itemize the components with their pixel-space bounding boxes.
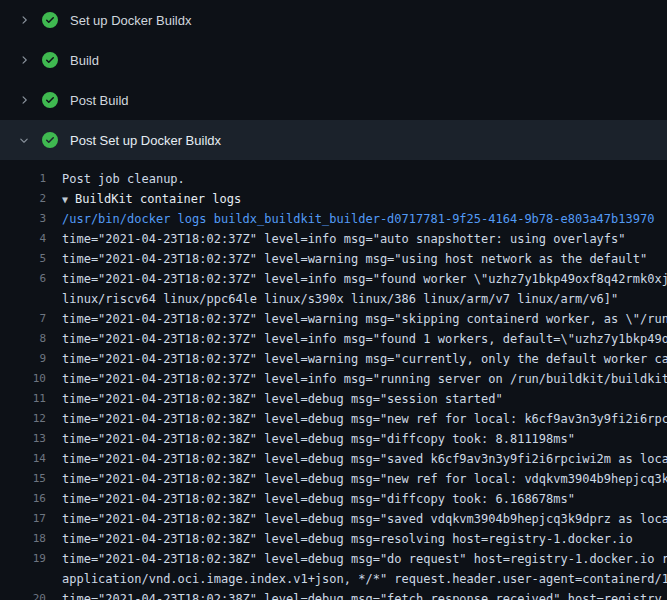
log-text: time="2021-04-23T18:02:37Z" level=warnin…	[46, 309, 667, 329]
log-line: 1Post job cleanup.	[0, 169, 667, 189]
section-label: Post Build	[70, 93, 129, 108]
log-group-toggle[interactable]: ▼BuildKit container logs	[46, 189, 241, 209]
line-number[interactable]: 13	[0, 429, 46, 449]
log-text: linux/riscv64 linux/ppc64le linux/s390x …	[46, 289, 618, 309]
line-number[interactable]: 4	[0, 229, 46, 249]
check-circle-icon	[42, 92, 58, 108]
chevron-down-icon	[16, 132, 32, 148]
log-text: time="2021-04-23T18:02:38Z" level=debug …	[46, 489, 575, 509]
log-line: 12time="2021-04-23T18:02:38Z" level=debu…	[0, 409, 667, 429]
log-text: time="2021-04-23T18:02:37Z" level=info m…	[46, 369, 667, 389]
log-line: 3/usr/bin/docker logs buildx_buildkit_bu…	[0, 209, 667, 229]
line-number[interactable]: 20	[0, 589, 46, 600]
log-line: 7time="2021-04-23T18:02:37Z" level=warni…	[0, 309, 667, 329]
log-text: time="2021-04-23T18:02:38Z" level=debug …	[46, 409, 667, 429]
chevron-right-icon	[16, 12, 32, 28]
log-line: 15time="2021-04-23T18:02:38Z" level=debu…	[0, 469, 667, 489]
log-text: application/vnd.oci.image.index.v1+json,…	[46, 569, 667, 589]
section-header-build[interactable]: Build	[0, 40, 667, 80]
log-line: 19time="2021-04-23T18:02:38Z" level=debu…	[0, 549, 667, 569]
log-line: 13time="2021-04-23T18:02:38Z" level=debu…	[0, 429, 667, 449]
line-number[interactable]: 19	[0, 549, 46, 569]
log-line: 16time="2021-04-23T18:02:38Z" level=debu…	[0, 489, 667, 509]
line-number[interactable]: 17	[0, 509, 46, 529]
line-number[interactable]: 8	[0, 329, 46, 349]
log-text: time="2021-04-23T18:02:38Z" level=debug …	[46, 469, 667, 489]
line-number[interactable]: 14	[0, 449, 46, 469]
log-text: time="2021-04-23T18:02:38Z" level=debug …	[46, 429, 575, 449]
log-line: application/vnd.oci.image.index.v1+json,…	[0, 569, 667, 589]
log-line: 10time="2021-04-23T18:02:37Z" level=info…	[0, 369, 667, 389]
log-text: time="2021-04-23T18:02:38Z" level=debug …	[46, 529, 633, 549]
chevron-right-icon	[16, 92, 32, 108]
line-number[interactable]: 11	[0, 389, 46, 409]
log-line: 20time="2021-04-23T18:02:38Z" level=debu…	[0, 589, 667, 600]
section-header-post-set-up-docker-buildx[interactable]: Post Set up Docker Buildx	[0, 120, 667, 160]
log-line: 2▼BuildKit container logs	[0, 189, 667, 209]
check-circle-icon	[42, 132, 58, 148]
log-area: 1Post job cleanup.2▼BuildKit container l…	[0, 160, 667, 600]
line-number[interactable]: 9	[0, 349, 46, 369]
line-number[interactable]: 7	[0, 309, 46, 329]
section-label: Set up Docker Buildx	[70, 13, 191, 28]
log-text: time="2021-04-23T18:02:38Z" level=debug …	[46, 549, 667, 569]
check-circle-icon	[42, 12, 58, 28]
section-label: Post Set up Docker Buildx	[70, 133, 221, 148]
line-number-empty	[0, 289, 46, 309]
line-number[interactable]: 10	[0, 369, 46, 389]
line-number[interactable]: 15	[0, 469, 46, 489]
section-header-post-build[interactable]: Post Build	[0, 80, 667, 120]
log-line: 9time="2021-04-23T18:02:37Z" level=warni…	[0, 349, 667, 369]
line-number-empty	[0, 569, 46, 589]
line-number[interactable]: 16	[0, 489, 46, 509]
log-text: time="2021-04-23T18:02:37Z" level=warnin…	[46, 249, 647, 269]
log-line: 5time="2021-04-23T18:02:37Z" level=warni…	[0, 249, 667, 269]
log-text: time="2021-04-23T18:02:38Z" level=debug …	[46, 449, 667, 469]
log-text: time="2021-04-23T18:02:38Z" level=debug …	[46, 389, 503, 409]
triangle-down-icon: ▼	[62, 194, 68, 205]
log-line: 4time="2021-04-23T18:02:37Z" level=info …	[0, 229, 667, 249]
log-text: Post job cleanup.	[46, 169, 185, 189]
line-number[interactable]: 12	[0, 409, 46, 429]
chevron-right-icon	[16, 52, 32, 68]
log-text: time="2021-04-23T18:02:38Z" level=debug …	[46, 509, 667, 529]
line-number[interactable]: 6	[0, 269, 46, 289]
log-text: time="2021-04-23T18:02:37Z" level=info m…	[46, 329, 667, 349]
log-line: 8time="2021-04-23T18:02:37Z" level=info …	[0, 329, 667, 349]
section-label: Build	[70, 53, 99, 68]
line-number[interactable]: 18	[0, 529, 46, 549]
log-line: 17time="2021-04-23T18:02:38Z" level=debu…	[0, 509, 667, 529]
section-header-set-up-docker-buildx[interactable]: Set up Docker Buildx	[0, 0, 667, 40]
log-group-label: BuildKit container logs	[75, 192, 241, 206]
line-number[interactable]: 5	[0, 249, 46, 269]
log-line: 18time="2021-04-23T18:02:38Z" level=debu…	[0, 529, 667, 549]
line-number[interactable]: 3	[0, 209, 46, 229]
log-text: time="2021-04-23T18:02:37Z" level=info m…	[46, 229, 626, 249]
log-line: 11time="2021-04-23T18:02:38Z" level=debu…	[0, 389, 667, 409]
log-text: time="2021-04-23T18:02:37Z" level=info m…	[46, 269, 667, 289]
log-line: linux/riscv64 linux/ppc64le linux/s390x …	[0, 289, 667, 309]
step-section-list: Set up Docker BuildxBuildPost BuildPost …	[0, 0, 667, 160]
check-circle-icon	[42, 52, 58, 68]
log-line: 6time="2021-04-23T18:02:37Z" level=info …	[0, 269, 667, 289]
actions-log-viewer: Set up Docker BuildxBuildPost BuildPost …	[0, 0, 667, 600]
log-line: 14time="2021-04-23T18:02:38Z" level=debu…	[0, 449, 667, 469]
log-command-text: /usr/bin/docker logs buildx_buildkit_bui…	[46, 209, 654, 229]
line-number[interactable]: 1	[0, 169, 46, 189]
log-text: time="2021-04-23T18:02:37Z" level=warnin…	[46, 349, 667, 369]
log-text: time="2021-04-23T18:02:38Z" level=debug …	[46, 589, 662, 600]
line-number[interactable]: 2	[0, 189, 46, 209]
